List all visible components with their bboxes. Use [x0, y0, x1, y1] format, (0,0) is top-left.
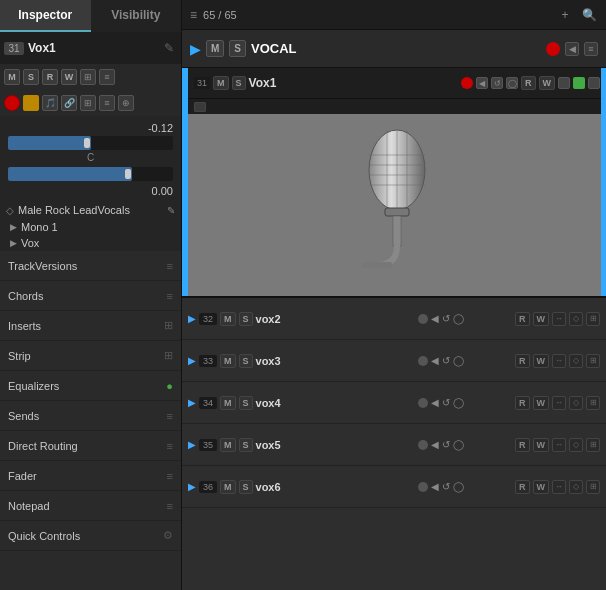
- solo-button[interactable]: S: [23, 69, 39, 85]
- tc-arrow-vox4[interactable]: ◀: [431, 397, 439, 408]
- tc-icon1-vox2[interactable]: ↔: [552, 312, 566, 326]
- pan-track[interactable]: [8, 136, 173, 150]
- icon-btn-2[interactable]: ≡: [99, 69, 115, 85]
- tc-r-vox5[interactable]: R: [515, 438, 530, 452]
- instrument-edit-icon[interactable]: ✎: [167, 205, 175, 216]
- tr-solo-vox6[interactable]: S: [239, 480, 253, 494]
- icon-btn-5[interactable]: ⊞: [80, 95, 96, 111]
- vox1-icon-6[interactable]: [588, 77, 600, 89]
- tc-icon2-vox2[interactable]: ◇: [569, 312, 583, 326]
- instrument-row[interactable]: ◇ Male Rock LeadVocals ✎: [0, 201, 181, 219]
- record-button[interactable]: [4, 95, 20, 111]
- sub-row-1[interactable]: ▶ Mono 1: [0, 219, 181, 235]
- tc-cycle-vox5[interactable]: ↺: [442, 439, 450, 450]
- section-quick-controls[interactable]: Quick Controls ⚙: [0, 521, 181, 551]
- vox1-sub-icon[interactable]: [194, 102, 206, 112]
- tc-icon2-vox6[interactable]: ◇: [569, 480, 583, 494]
- main-mute-button[interactable]: M: [206, 40, 224, 57]
- vox1-icon-4[interactable]: [558, 77, 570, 89]
- tc-r-vox3[interactable]: R: [515, 354, 530, 368]
- icon-btn-7[interactable]: ⊕: [118, 95, 134, 111]
- tc-arrow-vox3[interactable]: ◀: [431, 355, 439, 366]
- top-bar-menu-icon[interactable]: ≡: [190, 8, 197, 22]
- tc-icon2-vox3[interactable]: ◇: [569, 354, 583, 368]
- tc-icon1-vox3[interactable]: ↔: [552, 354, 566, 368]
- main-solo-button[interactable]: S: [229, 40, 246, 57]
- icon-btn-3[interactable]: 🎵: [42, 95, 58, 111]
- tc-arrow-vox6[interactable]: ◀: [431, 481, 439, 492]
- tc-icon2-vox5[interactable]: ◇: [569, 438, 583, 452]
- section-chords[interactable]: Chords ≡: [0, 281, 181, 311]
- tr-mute-vox5[interactable]: M: [220, 438, 236, 452]
- scroll-indicator[interactable]: [601, 68, 606, 296]
- sub-row-2[interactable]: ▶ Vox: [0, 235, 181, 251]
- tab-visibility[interactable]: Visibility: [91, 0, 182, 32]
- tab-inspector[interactable]: Inspector: [0, 0, 91, 32]
- tc-icon1-vox4[interactable]: ↔: [552, 396, 566, 410]
- tc-icon2-vox4[interactable]: ◇: [569, 396, 583, 410]
- edit-icon[interactable]: ✎: [161, 40, 177, 56]
- tc-cycle-vox3[interactable]: ↺: [442, 355, 450, 366]
- tr-solo-vox4[interactable]: S: [239, 396, 253, 410]
- section-equalizers[interactable]: Equalizers ●: [0, 371, 181, 401]
- section-inserts[interactable]: Inserts ⊞: [0, 311, 181, 341]
- tc-icon3-vox4[interactable]: ⊞: [586, 396, 600, 410]
- mute-button[interactable]: M: [4, 69, 20, 85]
- section-direct-routing[interactable]: Direct Routing ≡: [0, 431, 181, 461]
- main-rec-button[interactable]: [546, 42, 560, 56]
- tr-solo-vox3[interactable]: S: [239, 354, 253, 368]
- tr-mute-vox6[interactable]: M: [220, 480, 236, 494]
- volume-track[interactable]: [8, 167, 173, 181]
- tc-arrow-vox2[interactable]: ◀: [431, 313, 439, 324]
- vox1-icon-5-green[interactable]: [573, 77, 585, 89]
- tr-arrow-vox6[interactable]: ▶: [188, 481, 196, 492]
- tc-arrow-vox5[interactable]: ◀: [431, 439, 439, 450]
- vox1-r-btn[interactable]: R: [521, 76, 536, 90]
- top-bar-add-icon[interactable]: +: [556, 6, 574, 24]
- section-sends[interactable]: Sends ≡: [0, 401, 181, 431]
- tc-cycle-vox4[interactable]: ↺: [442, 397, 450, 408]
- section-fader[interactable]: Fader ≡: [0, 461, 181, 491]
- vox1-w-btn[interactable]: W: [539, 76, 556, 90]
- tr-arrow-vox2[interactable]: ▶: [188, 313, 196, 324]
- tr-solo-vox5[interactable]: S: [239, 438, 253, 452]
- tc-icon3-vox6[interactable]: ⊞: [586, 480, 600, 494]
- main-icon-1[interactable]: ◀: [565, 42, 579, 56]
- icon-btn-6[interactable]: ≡: [99, 95, 115, 111]
- tc-w-vox2[interactable]: W: [533, 312, 550, 326]
- tr-arrow-vox5[interactable]: ▶: [188, 439, 196, 450]
- tc-cycle-vox6[interactable]: ↺: [442, 481, 450, 492]
- tc-r-vox2[interactable]: R: [515, 312, 530, 326]
- icon-btn-4[interactable]: 🔗: [61, 95, 77, 111]
- tc-w-vox6[interactable]: W: [533, 480, 550, 494]
- section-strip[interactable]: Strip ⊞: [0, 341, 181, 371]
- tr-mute-vox4[interactable]: M: [220, 396, 236, 410]
- tc-icon3-vox3[interactable]: ⊞: [586, 354, 600, 368]
- section-notepad[interactable]: Notepad ≡: [0, 491, 181, 521]
- tr-arrow-vox4[interactable]: ▶: [188, 397, 196, 408]
- monitor-button[interactable]: [23, 95, 39, 111]
- icon-btn-1[interactable]: ⊞: [80, 69, 96, 85]
- tc-w-vox5[interactable]: W: [533, 438, 550, 452]
- tr-solo-vox2[interactable]: S: [239, 312, 253, 326]
- tc-icon1-vox6[interactable]: ↔: [552, 480, 566, 494]
- tc-icon1-vox5[interactable]: ↔: [552, 438, 566, 452]
- main-track-folder-icon[interactable]: ▶: [190, 41, 201, 57]
- vox1-solo-btn[interactable]: S: [232, 76, 246, 90]
- tc-w-vox4[interactable]: W: [533, 396, 550, 410]
- tc-icon3-vox2[interactable]: ⊞: [586, 312, 600, 326]
- vox1-icon-2[interactable]: ↺: [491, 77, 503, 89]
- read-button[interactable]: R: [42, 69, 58, 85]
- top-bar-search-icon[interactable]: 🔍: [580, 6, 598, 24]
- vox1-icon-3[interactable]: ◯: [506, 77, 518, 89]
- tc-r-vox6[interactable]: R: [515, 480, 530, 494]
- tc-icon3-vox5[interactable]: ⊞: [586, 438, 600, 452]
- main-icon-2[interactable]: ≡: [584, 42, 598, 56]
- tc-cycle-vox2[interactable]: ↺: [442, 313, 450, 324]
- section-trackversions[interactable]: TrackVersions ≡: [0, 251, 181, 281]
- tr-mute-vox3[interactable]: M: [220, 354, 236, 368]
- tc-w-vox3[interactable]: W: [533, 354, 550, 368]
- tr-arrow-vox3[interactable]: ▶: [188, 355, 196, 366]
- vox1-icon-1[interactable]: ◀: [476, 77, 488, 89]
- vox1-rec-btn[interactable]: [461, 77, 473, 89]
